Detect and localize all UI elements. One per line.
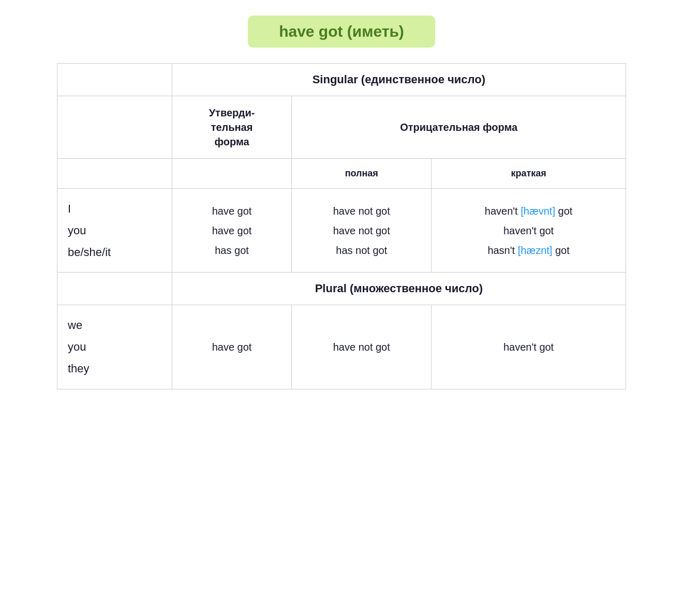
column-header-row: Утверди-тельнаяформа Отрицательная форма <box>57 96 626 159</box>
empty-affirmative-sub <box>172 159 292 189</box>
empty-corner-plural <box>57 273 172 305</box>
empty-corner-singular <box>57 64 172 96</box>
page-container: have got (иметь) Singular (единственное … <box>57 16 626 389</box>
negative-short-header: краткая <box>432 159 626 189</box>
singular-negative-full: have not gothave not gothas not got <box>292 189 432 273</box>
plural-affirmative: have got <box>172 305 292 389</box>
title-banner: have got (иметь) <box>57 16 626 48</box>
plural-pronouns: weyouthey <box>57 305 172 389</box>
phonetic-haeznt: [hæznt] <box>518 245 553 256</box>
plural-data-row: weyouthey have got have not got haven't … <box>57 305 626 389</box>
negative-title-header: Отрицательная форма <box>292 96 626 159</box>
singular-label: Singular (единственное число) <box>172 64 626 96</box>
negative-subheader-row: полная краткая <box>57 159 626 189</box>
title-pill: have got (иметь) <box>248 16 435 48</box>
plural-negative-short: haven't got <box>432 305 626 389</box>
plural-negative-full: have not got <box>292 305 432 389</box>
singular-header-row: Singular (единственное число) <box>57 64 626 96</box>
empty-corner-subheader <box>57 159 172 189</box>
plural-header-row: Plural (множественное число) <box>57 273 626 305</box>
affirmative-header: Утверди-тельнаяформа <box>172 96 292 159</box>
singular-affirmative: have gothave gothas got <box>172 189 292 273</box>
negative-full-header: полная <box>292 159 432 189</box>
main-table: Singular (единственное число) Утверди-те… <box>57 63 626 389</box>
empty-corner-header <box>57 96 172 159</box>
phonetic-haevnt: [hævnt] <box>521 205 555 217</box>
singular-pronouns: Iyoube/she/it <box>57 189 172 273</box>
singular-data-row: Iyoube/she/it have gothave gothas got ha… <box>57 189 626 273</box>
plural-label: Plural (множественное число) <box>172 273 626 305</box>
singular-negative-short: haven't [hævnt] got haven't got hasn't [… <box>432 189 626 273</box>
